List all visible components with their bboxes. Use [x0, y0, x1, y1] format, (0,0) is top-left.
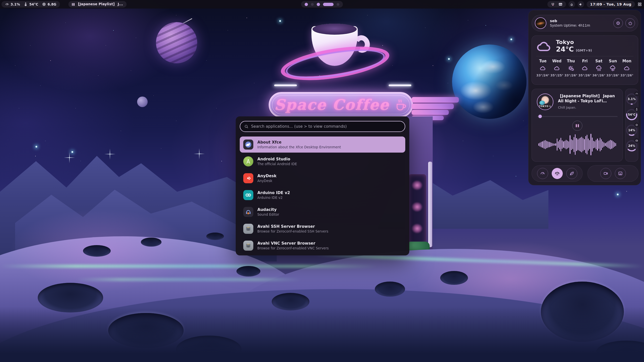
- speedometer-icon: [634, 91, 639, 96]
- pause-button[interactable]: [572, 121, 582, 131]
- glow-star: [510, 38, 512, 40]
- power-profile-group: [532, 165, 583, 182]
- sign-text: Space Coffee: [274, 96, 389, 113]
- app-subtitle: Sound Editor: [257, 212, 279, 217]
- power-icon: [628, 21, 632, 25]
- leaf-icon: [569, 171, 574, 176]
- app-subtitle: The official Android IDE: [257, 162, 297, 166]
- xfce-app-icon: [243, 140, 253, 150]
- cpu-usage-stat: 3.1%: [5, 2, 20, 6]
- pause-icon: [72, 3, 74, 6]
- cpu-usage-gauge: 3.1%: [626, 93, 638, 105]
- powersave-profile-button[interactable]: [566, 168, 577, 179]
- search-icon: [244, 124, 249, 129]
- scales-icon: [555, 171, 560, 176]
- tray-pill: [547, 1, 566, 8]
- app-row-anydesk[interactable]: AnyDesk AnyDesk: [240, 170, 405, 186]
- cloud-icon: [539, 65, 546, 72]
- app-subtitle: Browse for Zeroconf-enabled VNC Servers: [257, 246, 329, 251]
- small-moon: [137, 97, 148, 107]
- power-button[interactable]: [625, 18, 635, 28]
- app-row-about-xfce[interactable]: About Xfce Information about the Xfce De…: [240, 137, 405, 153]
- gear-icon: ⚙: [616, 21, 620, 26]
- wallpaper-change-button[interactable]: [615, 168, 626, 179]
- window-neon-text: [412, 223, 423, 234]
- app-row-avahi-vnc[interactable]: Avahi VNC Server Browser Browse for Zero…: [240, 238, 405, 254]
- android-studio-icon: [243, 156, 253, 166]
- memory-stat: 6.8G: [42, 2, 56, 6]
- workspace-dot-active[interactable]: [323, 3, 334, 6]
- teal-vein: [75, 278, 302, 281]
- bottom-vignette: [0, 307, 644, 362]
- storm-cloud-icon: [609, 65, 616, 72]
- screen-record-button[interactable]: [600, 168, 611, 179]
- capture-group: [587, 165, 638, 182]
- chip-icon: [42, 2, 46, 6]
- search-input[interactable]: [251, 124, 401, 129]
- search-bar[interactable]: [240, 121, 405, 132]
- roof-light: [274, 84, 297, 86]
- system-gauges: 3.1% 54°C 14% 24%: [625, 89, 638, 162]
- clock-text: 17:09 - Tue, 19 Aug: [590, 2, 631, 6]
- avatar[interactable]: [535, 17, 546, 29]
- neon-cup-icon: [394, 98, 407, 112]
- app-title: Avahi SSH Server Browser: [257, 224, 328, 229]
- purple-planet: [156, 22, 197, 63]
- desktop: Space Coffee: [0, 0, 644, 362]
- seek-knob[interactable]: [538, 115, 542, 118]
- wallpaper-icon[interactable]: [558, 2, 562, 6]
- teal-vein: [0, 264, 377, 268]
- app-row-android-studio[interactable]: Android Studio The official Android IDE: [240, 153, 405, 169]
- app-row-avahi-ssh[interactable]: Avahi SSH Server Browser Browse for Zero…: [240, 221, 405, 237]
- balanced-profile-button[interactable]: [552, 168, 563, 179]
- app-subtitle: AnyDesk: [257, 179, 276, 183]
- notifications-button[interactable]: [569, 1, 575, 8]
- roof-light: [389, 84, 411, 86]
- top-bar: 3.1% 54°C 6.8G: [0, 0, 644, 9]
- divider: [536, 56, 633, 56]
- picture-icon: [618, 171, 623, 176]
- temp-stat: 54°C: [24, 2, 38, 6]
- settings-button[interactable]: ⚙: [613, 18, 623, 28]
- music-player-card: TOKYO L 【Japanese Playlist】 Japan All Ni…: [532, 89, 623, 162]
- space-coffee-neon-sign: Space Coffee: [269, 92, 413, 118]
- window-neon-text: [412, 202, 423, 212]
- glow-star: [71, 151, 73, 153]
- now-playing-text: 【Japanese Playlist】 J...: [76, 2, 123, 7]
- cafe-pillar: [428, 162, 432, 247]
- workspace-dot[interactable]: [305, 3, 308, 6]
- weather-timezone: (GMT+9): [576, 49, 592, 52]
- thermometer-icon: [24, 2, 28, 6]
- workspace-dot[interactable]: [317, 3, 320, 6]
- volume-button[interactable]: [578, 1, 584, 8]
- workspace-dot[interactable]: [337, 3, 339, 6]
- album-art-text: TOKYO L: [537, 105, 553, 108]
- workspace-dot[interactable]: [311, 3, 314, 6]
- forecast-day: Tue 33°/24°: [536, 59, 549, 77]
- pet-cat-icon[interactable]: [551, 2, 555, 6]
- video-camera-icon: [603, 171, 608, 176]
- chip-icon: [634, 122, 639, 127]
- workspace-switcher: [301, 1, 343, 8]
- network-jack-icon: [243, 224, 253, 234]
- app-subtitle: Browse for Zeroconf-enabled SSH Servers: [257, 229, 328, 234]
- app-row-arduino[interactable]: Arduino IDE v2 Arduino IDE v2: [240, 187, 405, 203]
- app-row-audacity[interactable]: Audacity Sound Editor: [240, 204, 405, 220]
- earth-planet: [452, 44, 527, 119]
- clock-pill[interactable]: 17:09 - Tue, 19 Aug: [587, 1, 635, 8]
- app-grid-icon[interactable]: [637, 2, 642, 7]
- now-playing-pill[interactable]: 【Japanese Playlist】 J...: [68, 1, 127, 8]
- pause-icon: [576, 124, 577, 127]
- floating-coffee-cup: [297, 22, 372, 87]
- forecast-day: Thu 33°/26°: [564, 59, 577, 77]
- seek-bar[interactable]: [537, 115, 618, 118]
- performance-profile-button[interactable]: [537, 168, 548, 179]
- thermometer-icon: [634, 107, 639, 112]
- app-list: About Xfce Information about the Xfce De…: [240, 137, 405, 254]
- user-card: seb System Uptime: 4h11m ⚙: [532, 15, 638, 31]
- anydesk-icon: [243, 173, 253, 183]
- uptime-text: System Uptime: 4h11m: [550, 23, 590, 27]
- system-stats-pill[interactable]: 3.1% 54°C 6.8G: [2, 1, 60, 8]
- forecast-day: Mon 33°/26°: [620, 59, 633, 77]
- album-art[interactable]: TOKYO L: [537, 94, 553, 110]
